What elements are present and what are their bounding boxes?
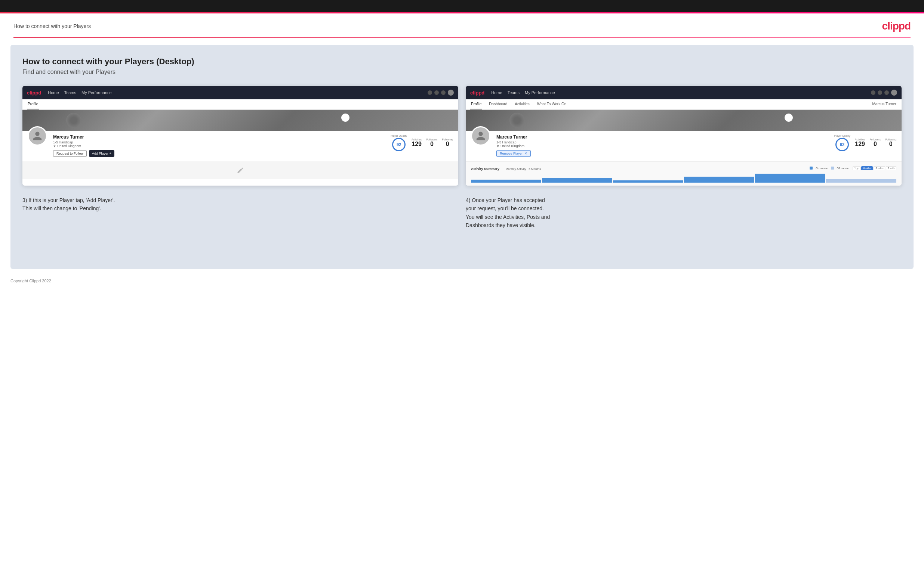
screen2-activity-legend: On course Off course bbox=[809, 166, 848, 169]
screen2-tab-activities[interactable]: Activities bbox=[514, 99, 530, 110]
screen2-offcourse-dot bbox=[831, 166, 834, 169]
screen1-follow-button[interactable]: Request to Follow bbox=[53, 150, 87, 157]
screen1-avatar-btn[interactable] bbox=[448, 90, 454, 96]
screen2-chart-area bbox=[471, 174, 897, 183]
caption-right: 4) Once your Player has accepted your re… bbox=[466, 196, 901, 230]
screen2-nav-myperformance[interactable]: My Performance bbox=[525, 90, 555, 95]
screen2-user-icon[interactable] bbox=[878, 90, 882, 95]
screen2-activity-title: Activity Summary bbox=[471, 167, 499, 171]
screen2-profile-info: Marcus Turner 1-5 Handicap United Kingdo… bbox=[496, 134, 828, 157]
screen2-oncourse-dot bbox=[809, 166, 813, 169]
caption-left: 3) If this is your Player tap, 'Add Play… bbox=[23, 196, 458, 230]
screen1-banner bbox=[23, 110, 458, 131]
screen2-pq-number: 92 bbox=[840, 142, 844, 147]
screen2-remove-player-label: Remove Player bbox=[500, 152, 523, 155]
screen1-activities-number: 129 bbox=[412, 141, 422, 148]
screen1-nav-right bbox=[428, 90, 454, 96]
screen2-tabs: Profile Dashboard Activities What To Wor… bbox=[466, 99, 901, 110]
screen1-location-icon bbox=[53, 145, 56, 148]
screen2-avatar-icon bbox=[475, 131, 486, 141]
screen2-tab-dashboard[interactable]: Dashboard bbox=[488, 99, 508, 110]
screen2-activities-number: 129 bbox=[855, 141, 865, 148]
screen2-logo: clippd bbox=[470, 90, 485, 96]
screen2-location-icon bbox=[496, 145, 499, 148]
screen1-pq-label: Player Quality bbox=[391, 134, 407, 137]
screen1-user-icon[interactable] bbox=[435, 90, 439, 95]
screen2-profile-dropdown[interactable]: Marcus Turner bbox=[872, 99, 897, 110]
screen2-stats-row: Player Quality 92 Activities 129 Followe… bbox=[834, 134, 897, 151]
screen2-oncourse-label: On course bbox=[816, 167, 827, 169]
caption-left-line1: 3) If this is your Player tap, 'Add Play… bbox=[23, 196, 458, 204]
screen1-nav-home[interactable]: Home bbox=[48, 90, 59, 95]
screen2-activity-summary: Activity Summary Monthly Activity · 6 Mo… bbox=[466, 161, 901, 185]
captions-row: 3) If this is your Player tap, 'Add Play… bbox=[23, 196, 901, 230]
screen2-activity-header: Activity Summary Monthly Activity · 6 Mo… bbox=[471, 165, 897, 171]
screen1-logo: clippd bbox=[27, 90, 41, 96]
screen2-followers-label: Followers bbox=[869, 138, 880, 141]
screen2-remove-player-x-icon: ✕ bbox=[524, 152, 527, 155]
caption-right-line3: You will see the Activities, Posts and bbox=[466, 213, 901, 221]
screen1-avatar bbox=[27, 126, 47, 146]
screen2-pq-label: Player Quality bbox=[834, 134, 850, 137]
screen2-time-3mths[interactable]: 3 mths bbox=[874, 166, 885, 170]
screen2-activity-subtitle: Monthly Activity · 6 Months bbox=[506, 167, 541, 171]
screen2-search-icon[interactable] bbox=[871, 90, 876, 95]
screen1-activities-stat: Activities 129 bbox=[412, 138, 422, 148]
screen2-avatar bbox=[471, 126, 490, 146]
screen2-nav-links: Home Teams My Performance bbox=[491, 90, 555, 95]
screen1-add-player-button[interactable]: Add Player + bbox=[89, 150, 115, 157]
chart-bar-4 bbox=[684, 177, 754, 183]
screen1-following-stat: Following 0 bbox=[442, 138, 453, 148]
screen1-tab-profile[interactable]: Profile bbox=[27, 99, 39, 110]
chart-bar-3 bbox=[613, 181, 683, 183]
main-subtitle: Find and connect with your Players bbox=[23, 69, 901, 76]
screen2-country-text: United Kingdom bbox=[501, 144, 524, 148]
screen2-following-label: Following bbox=[885, 138, 897, 141]
screen1-stats-row: Player Quality 92 Activities 129 Followe… bbox=[391, 134, 453, 151]
screen1-nav-links: Home Teams My Performance bbox=[48, 90, 111, 95]
screen1-search-icon[interactable] bbox=[428, 90, 432, 95]
screen2-nav-teams[interactable]: Teams bbox=[507, 90, 520, 95]
screen2-time-6mths[interactable]: 6 mths bbox=[861, 166, 873, 170]
screen2-nav-home[interactable]: Home bbox=[491, 90, 502, 95]
screen2-settings-icon[interactable] bbox=[884, 90, 889, 95]
screen2-tab-whattoworkon[interactable]: What To Work On bbox=[536, 99, 567, 110]
page-footer: Copyright Clippd 2022 bbox=[0, 276, 924, 288]
screen2-activities-label: Activities bbox=[855, 138, 865, 141]
screen1-following-label: Following bbox=[442, 138, 453, 141]
screen1-profile-section: Marcus Turner 1-5 Handicap United Kingdo… bbox=[23, 131, 458, 161]
screen2-remove-player-button[interactable]: Remove Player ✕ bbox=[496, 150, 531, 157]
caption-right-line2: your request, you'll be connected. bbox=[466, 204, 901, 213]
screen2-avatar-btn[interactable] bbox=[891, 90, 897, 96]
screen1-pq-ring: 92 bbox=[392, 138, 405, 151]
chart-bar-2 bbox=[542, 178, 612, 183]
mock-screen-2: clippd Home Teams My Performance Profile… bbox=[466, 86, 901, 185]
screen1-pq-number: 92 bbox=[397, 142, 401, 147]
footer-copyright: Copyright Clippd 2022 bbox=[10, 279, 51, 283]
screen1-settings-icon[interactable] bbox=[441, 90, 446, 95]
screen1-followers-stat: Followers 0 bbox=[426, 138, 437, 148]
screen2-banner-bg bbox=[466, 110, 901, 131]
screen2-profile-country: United Kingdom bbox=[496, 144, 828, 148]
screen2-nav-right bbox=[871, 90, 897, 96]
screen1-followers-label: Followers bbox=[426, 138, 437, 141]
page-header-title: How to connect with your Players bbox=[13, 23, 91, 29]
screen1-avatar-icon bbox=[32, 131, 43, 141]
screen2-following-number: 0 bbox=[889, 141, 893, 148]
screen1-profile-name: Marcus Turner bbox=[53, 134, 384, 140]
screen1-tabs: Profile bbox=[23, 99, 458, 110]
screen2-time-1yr[interactable]: 1 yr bbox=[853, 166, 861, 170]
screen1-nav-myperformance[interactable]: My Performance bbox=[81, 90, 112, 95]
screen1-followers-number: 0 bbox=[430, 141, 434, 148]
screen2-profile-handicap: 1-5 Handicap bbox=[496, 140, 828, 144]
screen2-tab-profile[interactable]: Profile bbox=[470, 99, 482, 110]
screen1-nav-teams[interactable]: Teams bbox=[64, 90, 76, 95]
screen2-banner bbox=[466, 110, 901, 131]
screen2-activities-stat: Activities 129 bbox=[855, 138, 865, 148]
screen1-profile-buttons: Request to Follow Add Player + bbox=[53, 150, 384, 157]
mock-screen-1: clippd Home Teams My Performance Profile bbox=[23, 86, 458, 185]
caption-right-line4: Dashboards they have visible. bbox=[466, 221, 901, 229]
screen2-profile-section: Marcus Turner 1-5 Handicap United Kingdo… bbox=[466, 131, 901, 161]
main-content: How to connect with your Players (Deskto… bbox=[10, 45, 914, 269]
screen2-time-1mth[interactable]: 1 mth bbox=[886, 166, 897, 170]
